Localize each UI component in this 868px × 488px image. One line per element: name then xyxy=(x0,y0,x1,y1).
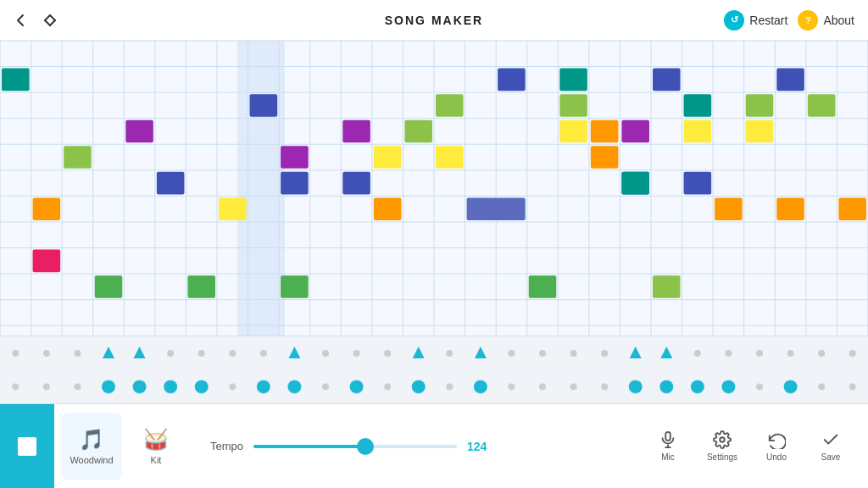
about-label: About xyxy=(823,14,854,27)
percussion-area xyxy=(0,336,868,403)
about-button[interactable]: ? About xyxy=(798,10,854,30)
settings-label: Settings xyxy=(707,452,737,462)
instrument-area: 🎵 Woodwind 🥁 Kit xyxy=(54,404,193,488)
header-left xyxy=(14,13,58,28)
restart-label: Restart xyxy=(749,14,787,27)
stop-icon xyxy=(18,437,36,456)
tempo-slider-fill xyxy=(253,445,365,448)
header: SONG MAKER ↺ Restart ? About xyxy=(0,0,868,41)
restart-icon: ↺ xyxy=(724,10,744,30)
tempo-slider[interactable] xyxy=(253,445,457,448)
header-right: ↺ Restart ? About xyxy=(724,10,854,30)
svg-line-0 xyxy=(45,15,50,20)
save-button[interactable]: Save xyxy=(807,413,854,480)
play-stop-button[interactable] xyxy=(0,404,54,489)
mic-button[interactable]: Mic xyxy=(644,413,692,480)
settings-icon xyxy=(713,430,732,449)
restart-button[interactable]: ↺ Restart xyxy=(724,10,787,30)
woodwind-button[interactable]: 🎵 Woodwind xyxy=(61,413,122,480)
undo-button[interactable]: Undo xyxy=(753,413,800,480)
right-toolbar: Mic Settings Undo Save xyxy=(631,413,868,480)
svg-line-1 xyxy=(45,20,50,25)
mic-label: Mic xyxy=(661,452,675,462)
kit-icon: 🥁 xyxy=(143,428,169,452)
woodwind-icon: 🎵 xyxy=(79,428,104,452)
svg-rect-4 xyxy=(665,432,670,441)
tempo-thumb[interactable] xyxy=(357,438,374,455)
kit-label: Kit xyxy=(151,455,162,465)
percussion-row-bottom[interactable] xyxy=(0,370,868,404)
svg-point-7 xyxy=(720,437,725,442)
undo-icon xyxy=(767,430,786,449)
tempo-value: 124 xyxy=(467,440,494,453)
svg-line-3 xyxy=(50,20,55,25)
save-label: Save xyxy=(821,452,841,462)
percussion-row-top[interactable] xyxy=(0,336,868,370)
kit-button[interactable]: 🥁 Kit xyxy=(125,413,186,480)
tempo-label: Tempo xyxy=(210,440,243,452)
undo-label: Undo xyxy=(766,452,787,462)
expand-button[interactable] xyxy=(42,13,58,28)
mic-icon xyxy=(659,430,677,449)
woodwind-label: Woodwind xyxy=(70,455,113,465)
about-icon: ? xyxy=(798,10,818,30)
svg-line-2 xyxy=(50,15,55,20)
app-title: SONG MAKER xyxy=(385,14,483,27)
back-button[interactable] xyxy=(14,13,29,28)
save-icon xyxy=(821,430,840,449)
tempo-area: Tempo 124 xyxy=(193,440,631,453)
footer-toolbar: 🎵 Woodwind 🥁 Kit Tempo 124 Mic xyxy=(0,403,868,488)
settings-button[interactable]: Settings xyxy=(698,413,746,480)
